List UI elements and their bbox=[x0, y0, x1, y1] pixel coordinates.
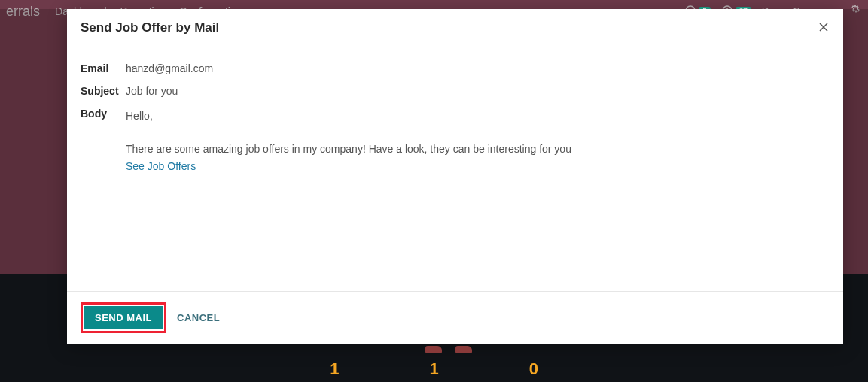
see-job-offers-link[interactable]: See Job Offers bbox=[126, 158, 830, 174]
avatar-shoes bbox=[425, 346, 472, 353]
modal-body: Email hanzd@gmail.com Subject Job for yo… bbox=[67, 47, 843, 291]
send-mail-highlight: SEND MAIL bbox=[81, 302, 166, 333]
body-text: There are some amazing job offers in my … bbox=[126, 141, 830, 157]
subject-field[interactable]: Job for you bbox=[126, 85, 830, 97]
body-label: Body bbox=[81, 108, 126, 120]
subject-label: Subject bbox=[81, 85, 126, 97]
stat-1: 1 bbox=[330, 359, 339, 382]
send-mail-modal: Send Job Offer by Mail Email hanzd@gmail… bbox=[67, 9, 843, 344]
bottom-stats: 1 1 0 bbox=[0, 359, 868, 382]
body-field[interactable]: Hello, There are some amazing job offers… bbox=[126, 108, 830, 174]
modal-title: Send Job Offer by Mail bbox=[81, 20, 219, 35]
send-mail-button[interactable]: SEND MAIL bbox=[84, 306, 163, 329]
close-button[interactable] bbox=[818, 20, 830, 36]
close-icon bbox=[818, 18, 830, 37]
modal-header: Send Job Offer by Mail bbox=[67, 9, 843, 47]
modal-footer: SEND MAIL CANCEL bbox=[67, 291, 843, 344]
cancel-button[interactable]: CANCEL bbox=[177, 312, 220, 323]
stat-2: 1 bbox=[429, 359, 438, 382]
email-label: Email bbox=[81, 62, 126, 74]
stat-3: 0 bbox=[529, 359, 538, 382]
body-greeting: Hello, bbox=[126, 108, 830, 124]
email-field[interactable]: hanzd@gmail.com bbox=[126, 62, 830, 74]
